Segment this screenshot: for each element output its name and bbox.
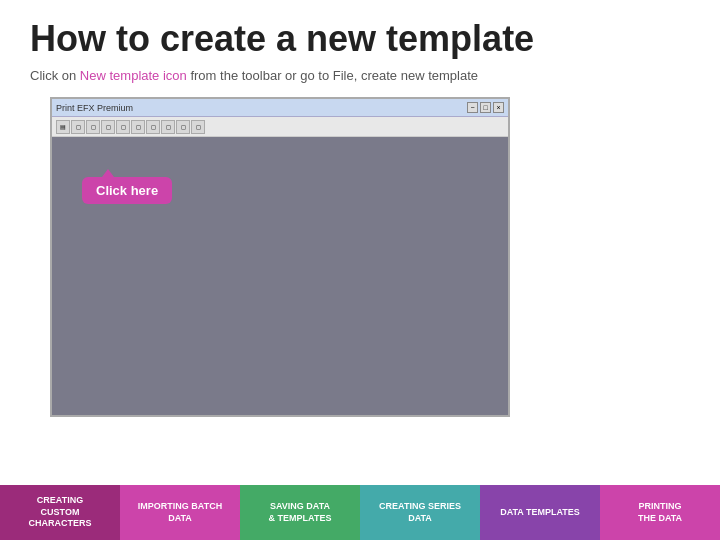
page: How to create a new template Click on Ne…: [0, 0, 720, 540]
subtitle-prefix: Click on: [30, 68, 80, 83]
nav-label-2: SAVING DATA& TEMPLATES: [269, 501, 332, 524]
nav-label-4: DATA TEMPLATES: [500, 507, 580, 519]
nav-data-templates[interactable]: DATA TEMPLATES: [480, 485, 600, 540]
nav-creating-series[interactable]: CREATING SERIESDATA: [360, 485, 480, 540]
close-button[interactable]: ×: [493, 102, 504, 113]
page-title: How to create a new template: [30, 18, 690, 60]
subtitle: Click on New template icon from the tool…: [30, 68, 690, 83]
window-controls: − □ ×: [467, 102, 504, 113]
toolbar-btn-2[interactable]: ◻: [71, 120, 85, 134]
toolbar-btn-1[interactable]: ▤: [56, 120, 70, 134]
window-titlebar: Print EFX Premium − □ ×: [52, 99, 508, 117]
restore-button[interactable]: □: [480, 102, 491, 113]
nav-label-1: IMPORTING BATCHDATA: [138, 501, 222, 524]
toolbar-btn-4[interactable]: ◻: [101, 120, 115, 134]
nav-saving-data[interactable]: SAVING DATA& TEMPLATES: [240, 485, 360, 540]
subtitle-link[interactable]: New template icon: [80, 68, 187, 83]
nav-label-0: CREATINGCUSTOMCHARACTERS: [29, 495, 92, 530]
toolbar-btn-5[interactable]: ◻: [116, 120, 130, 134]
toolbar-btn-9[interactable]: ◻: [176, 120, 190, 134]
nav-importing-batch[interactable]: IMPORTING BATCHDATA: [120, 485, 240, 540]
nav-creating-custom[interactable]: CREATINGCUSTOMCHARACTERS: [0, 485, 120, 540]
toolbar-btn-6[interactable]: ◻: [131, 120, 145, 134]
toolbar-btn-7[interactable]: ◻: [146, 120, 160, 134]
window-title-text: Print EFX Premium: [56, 103, 467, 113]
click-here-label[interactable]: Click here: [82, 177, 172, 204]
nav-printing-data[interactable]: PRINTINGTHE DATA: [600, 485, 720, 540]
bottom-navigation: CREATINGCUSTOMCHARACTERS IMPORTING BATCH…: [0, 485, 720, 540]
nav-label-5: PRINTINGTHE DATA: [638, 501, 682, 524]
window-toolbar: ▤ ◻ ◻ ◻ ◻ ◻ ◻ ◻ ◻ ◻: [52, 117, 508, 137]
toolbar-btn-3[interactable]: ◻: [86, 120, 100, 134]
minimize-button[interactable]: −: [467, 102, 478, 113]
toolbar-btn-10[interactable]: ◻: [191, 120, 205, 134]
subtitle-suffix: from the toolbar or go to File, create n…: [187, 68, 478, 83]
toolbar-btn-8[interactable]: ◻: [161, 120, 175, 134]
screenshot-window: Print EFX Premium − □ × ▤ ◻ ◻ ◻ ◻ ◻ ◻ ◻ …: [50, 97, 510, 417]
nav-label-3: CREATING SERIESDATA: [379, 501, 461, 524]
